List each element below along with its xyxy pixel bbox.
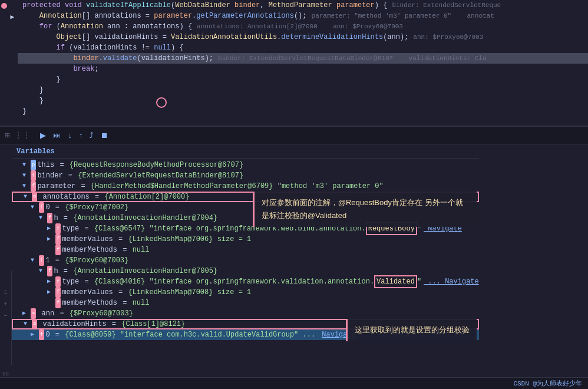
- var-row-0-updatevalidgroup[interactable]: ▶ f 0 = {Class@8059} "interface com.h3c.…: [12, 329, 479, 340]
- expand-icon[interactable]: ▼: [22, 170, 31, 181]
- var-row-0-proxy71[interactable]: ▼ f 0 = {$Proxy71@7002}: [12, 202, 479, 213]
- step-out-button[interactable]: ↑: [77, 130, 85, 141]
- variables-content[interactable]: ▼ p this = {RequestResponseBodyMethodPro…: [12, 159, 479, 377]
- field-icon: f: [55, 245, 61, 255]
- expand-icon[interactable]: ▶: [47, 223, 55, 234]
- field-icon: f: [55, 223, 61, 234]
- var-row-this[interactable]: ▼ p this = {RequestResponseBodyMethodPro…: [12, 160, 479, 170]
- code-line: for (Annotation ann : annotations) { ann…: [18, 21, 588, 32]
- field-icon: ≡: [32, 192, 37, 202]
- code-line: protected void validateIfApplicable(WebD…: [18, 0, 588, 11]
- resume-button[interactable]: ▶: [38, 130, 48, 141]
- variables-wrapper: Variables ▼ p this = {RequestResponseBod…: [12, 144, 479, 377]
- panel-title: Variables: [16, 147, 55, 156]
- var-row-annotations[interactable]: ▼ ≡ annotations = {Annotation[2]@7000}: [12, 192, 479, 202]
- var-row-validationhints[interactable]: ▼ ≡ validationHints = {Class[1]@8121}: [12, 319, 479, 329]
- expand-icon[interactable]: ▶: [22, 308, 31, 319]
- line-hint: binder: ExtendedServletReque: [392, 0, 501, 11]
- step-over-button[interactable]: ⏭: [51, 130, 63, 141]
- field-icon: f: [47, 213, 52, 223]
- validated-highlight: Validated: [374, 275, 417, 288]
- code-editor: ▶ protected void validateIfApplicable(We…: [0, 0, 588, 127]
- debug-panel: ≡ + − oo Variables ▼ p this = {RequestRe…: [0, 144, 588, 377]
- var-row-membermethods-null2[interactable]: f memberMethods = null: [12, 298, 479, 308]
- debug-toolbar: ⊞ ⋮⋮ ▶ ⏭ ↓ ↑ ⤴ ⏹: [0, 127, 588, 144]
- panel-header: Variables: [12, 144, 479, 159]
- var-row-type-validated[interactable]: ▶ f type = {Class@4016} "interface org.s…: [12, 276, 479, 287]
- field-icon: f: [55, 287, 61, 298]
- var-row-membermethods-null1[interactable]: f memberMethods = null: [12, 245, 479, 255]
- field-icon: f: [47, 266, 52, 276]
- navigate-link[interactable]: ... Navigate: [424, 276, 479, 287]
- var-row-binder[interactable]: ▼ f binder = {ExtendedServletRequestData…: [12, 170, 479, 181]
- code-line-active: binder.validate(validationHints); binder…: [18, 53, 588, 64]
- code-line: }: [18, 106, 588, 117]
- expand-icon[interactable]: ▼: [22, 181, 31, 192]
- var-row-ann[interactable]: ▶ ≡ ann = {$Proxy60@7003}: [12, 308, 479, 319]
- expand-icon[interactable]: ▼: [31, 202, 39, 213]
- field-icon: ≡: [31, 308, 36, 319]
- var-row-type-requestbody[interactable]: ▶ f type = {Class@6547} "interface org.s…: [12, 223, 479, 234]
- line-numbers: ▶: [0, 0, 18, 126]
- var-row-parameter[interactable]: ▼ f parameter = {HandlerMethod$HandlerMe…: [12, 181, 479, 192]
- sidebar-icon-vars[interactable]: ≡: [1, 289, 11, 296]
- var-row-membervalues-7008[interactable]: ▶ f memberValues = {LinkedHashMap@7008} …: [12, 287, 479, 298]
- expand-icon[interactable]: ▶: [47, 234, 55, 245]
- field-icon: f: [39, 329, 44, 340]
- expand-icon[interactable]: ▼: [24, 192, 32, 202]
- field-icon: f: [55, 276, 61, 287]
- expand-icon[interactable]: ▼: [39, 213, 47, 223]
- sidebar-icon-extra: oo: [2, 371, 9, 377]
- run-to-cursor-button[interactable]: ⤴: [87, 130, 96, 141]
- field-icon: f: [31, 181, 36, 192]
- expand-icon[interactable]: ▶: [47, 276, 55, 287]
- step-into-button[interactable]: ↓: [65, 130, 74, 141]
- code-line: }: [18, 74, 588, 85]
- expand-icon[interactable]: ▼: [22, 160, 31, 170]
- requestbody-highlight: RequestBody: [366, 222, 417, 235]
- field-icon: f: [39, 202, 44, 213]
- navigate-link[interactable]: Navigate: [322, 329, 356, 340]
- this-icon: p: [31, 160, 36, 170]
- field-icon: f: [39, 255, 44, 266]
- field-icon: f: [31, 170, 36, 181]
- field-icon: f: [55, 298, 61, 308]
- field-icon: f: [55, 234, 61, 245]
- code-line: Annotation[] annotations = parameter.get…: [18, 11, 588, 21]
- code-line: }: [18, 95, 588, 106]
- search-circle-indicator: [156, 97, 167, 108]
- code-line: if (validationHints != null) {: [18, 42, 588, 53]
- status-brand: CSDN @为人师表好少年: [513, 379, 582, 388]
- code-lines: protected void validateIfApplicable(WebD…: [18, 0, 588, 126]
- sidebar-icon-add[interactable]: +: [1, 301, 11, 308]
- expand-icon[interactable]: ▶: [47, 287, 55, 298]
- code-line: }: [18, 85, 588, 95]
- navigate-link[interactable]: Navigate: [424, 223, 462, 234]
- expand-icon[interactable]: ▼: [24, 319, 32, 329]
- field-icon: ≡: [32, 319, 37, 329]
- expand-icon[interactable]: ▶: [31, 329, 39, 340]
- left-sidebar: ≡ + − oo: [0, 271, 12, 365]
- code-line: Object[] validationHints = ValidationAnn…: [18, 32, 588, 42]
- expand-icon[interactable]: ▼: [31, 255, 39, 266]
- var-row-membervalues-7006[interactable]: ▶ f memberValues = {LinkedHashMap@7006} …: [12, 234, 479, 245]
- var-row-1-proxy60[interactable]: ▼ f 1 = {$Proxy60@7003}: [12, 255, 479, 266]
- stop-button[interactable]: ⏹: [98, 130, 111, 141]
- status-bar: CSDN @为人师表好少年: [0, 377, 588, 389]
- expand-icon[interactable]: ▼: [39, 266, 47, 276]
- sidebar-icon-minus[interactable]: −: [1, 312, 11, 319]
- code-line: break;: [18, 64, 588, 74]
